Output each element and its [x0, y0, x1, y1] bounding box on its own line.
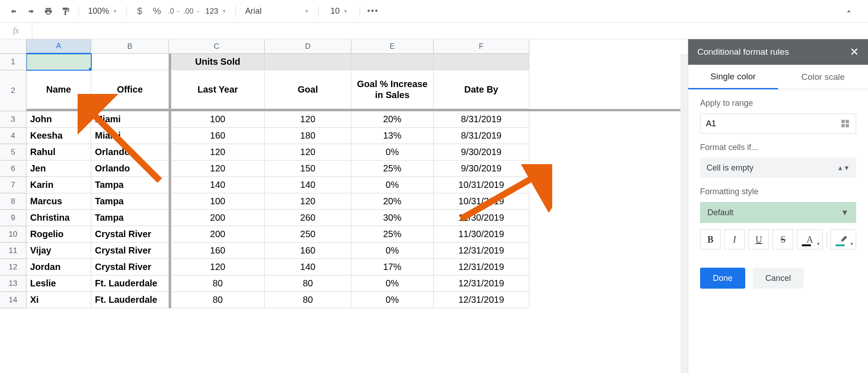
cell[interactable]: 80: [169, 292, 265, 308]
cell[interactable]: 8/31/2019: [434, 111, 529, 128]
cell[interactable]: 260: [265, 210, 351, 226]
cell[interactable]: Keesha: [26, 128, 91, 144]
vertical-scrollbar[interactable]: [680, 54, 688, 373]
tab-color-scale[interactable]: Color scale: [778, 65, 868, 89]
cell[interactable]: Last Year: [169, 70, 265, 109]
cell[interactable]: 25%: [351, 226, 434, 243]
cell[interactable]: Ft. Lauderdale: [91, 275, 169, 292]
row-header-6[interactable]: 6: [0, 161, 26, 177]
condition-dropdown[interactable]: Cell is empty▲▼: [700, 158, 856, 178]
style-preview-dropdown[interactable]: Default▼: [700, 202, 856, 223]
paint-format-button[interactable]: [58, 3, 74, 20]
cell[interactable]: Units Sold: [169, 54, 265, 70]
italic-button[interactable]: I: [724, 229, 745, 249]
cell[interactable]: Leslie: [26, 275, 91, 292]
row-header-10[interactable]: 10: [0, 226, 26, 243]
cell[interactable]: Orlando: [91, 161, 169, 177]
fill-color-button[interactable]: ▼: [831, 229, 856, 249]
cell[interactable]: 180: [265, 128, 351, 144]
cell[interactable]: Tampa: [91, 177, 169, 193]
cell[interactable]: 12/31/2019: [434, 243, 529, 259]
cell[interactable]: Tampa: [91, 193, 169, 210]
column-header-F[interactable]: F: [434, 39, 529, 54]
cell[interactable]: Name: [26, 70, 91, 109]
range-input-wrapper[interactable]: [700, 114, 856, 134]
cell[interactable]: Tampa: [91, 210, 169, 226]
row-header-11[interactable]: 11: [0, 243, 26, 259]
cell[interactable]: Rogelio: [26, 226, 91, 243]
more-formats-dropdown[interactable]: 123▼: [201, 3, 231, 20]
cell[interactable]: 30%: [351, 210, 434, 226]
cell[interactable]: 100: [169, 111, 265, 128]
row-header-2[interactable]: 2: [0, 70, 26, 111]
cell[interactable]: 0%: [351, 144, 434, 161]
cell[interactable]: 13%: [351, 128, 434, 144]
more-toolbar-button[interactable]: •••: [365, 3, 381, 20]
range-picker-icon[interactable]: [840, 119, 850, 129]
column-header-E[interactable]: E: [351, 39, 434, 54]
cell[interactable]: [91, 54, 169, 70]
cell[interactable]: 10/31/2019: [434, 193, 529, 210]
cancel-button[interactable]: Cancel: [753, 268, 804, 289]
close-icon[interactable]: ✕: [850, 46, 859, 58]
cell[interactable]: Xi: [26, 292, 91, 308]
row-header-4[interactable]: 4: [0, 128, 26, 144]
cell[interactable]: Crystal River: [91, 259, 169, 275]
undo-button[interactable]: [5, 3, 22, 20]
print-button[interactable]: [40, 3, 57, 20]
select-all-corner[interactable]: [0, 39, 26, 54]
cell[interactable]: [26, 54, 91, 70]
cell[interactable]: John: [26, 111, 91, 128]
underline-button[interactable]: U: [748, 229, 769, 249]
collapse-toolbar-button[interactable]: [841, 3, 857, 20]
cell[interactable]: 120: [169, 259, 265, 275]
cell[interactable]: 200: [169, 226, 265, 243]
bold-button[interactable]: B: [700, 229, 721, 249]
cell[interactable]: [351, 54, 434, 70]
done-button[interactable]: Done: [700, 268, 745, 289]
cell[interactable]: 200: [169, 210, 265, 226]
cell[interactable]: 160: [169, 128, 265, 144]
cell[interactable]: 140: [265, 259, 351, 275]
cell[interactable]: 120: [265, 193, 351, 210]
cell[interactable]: Miami: [91, 128, 169, 144]
cell[interactable]: [265, 54, 351, 70]
range-input[interactable]: [706, 119, 840, 129]
column-header-A[interactable]: A: [26, 39, 91, 54]
cell[interactable]: 120: [265, 111, 351, 128]
cell[interactable]: 0%: [351, 275, 434, 292]
font-dropdown[interactable]: Arial▼: [241, 3, 314, 20]
row-header-9[interactable]: 9: [0, 210, 26, 226]
cell[interactable]: 100: [169, 193, 265, 210]
cell[interactable]: 80: [169, 275, 265, 292]
column-header-D[interactable]: D: [265, 39, 351, 54]
cell[interactable]: 20%: [351, 111, 434, 128]
formula-input[interactable]: [32, 27, 868, 35]
cell[interactable]: 80: [265, 292, 351, 308]
cell[interactable]: 120: [265, 144, 351, 161]
cell[interactable]: Ft. Lauderdale: [91, 292, 169, 308]
spreadsheet-grid[interactable]: ABCDEF 1234567891011121314 Units SoldNam…: [0, 39, 688, 373]
cell[interactable]: 250: [265, 226, 351, 243]
cell[interactable]: 0%: [351, 243, 434, 259]
cell[interactable]: 25%: [351, 161, 434, 177]
cell[interactable]: 11/30/2019: [434, 226, 529, 243]
zoom-dropdown[interactable]: 100%▼: [84, 3, 122, 20]
cell[interactable]: 17%: [351, 259, 434, 275]
font-size-dropdown[interactable]: 10▼: [323, 3, 355, 20]
cell[interactable]: Marcus: [26, 193, 91, 210]
cell[interactable]: Office: [91, 70, 169, 109]
row-header-8[interactable]: 8: [0, 193, 26, 210]
cell[interactable]: 120: [169, 161, 265, 177]
cell[interactable]: 160: [265, 243, 351, 259]
cell[interactable]: 12/31/2019: [434, 292, 529, 308]
decrease-decimal-button[interactable]: .0 ←: [166, 3, 183, 20]
row-header-5[interactable]: 5: [0, 144, 26, 161]
cell[interactable]: Orlando: [91, 144, 169, 161]
cell[interactable]: Jen: [26, 161, 91, 177]
row-header-7[interactable]: 7: [0, 177, 26, 193]
cell[interactable]: Karin: [26, 177, 91, 193]
row-header-1[interactable]: 1: [0, 54, 26, 70]
redo-button[interactable]: [23, 3, 39, 20]
cell[interactable]: 20%: [351, 193, 434, 210]
